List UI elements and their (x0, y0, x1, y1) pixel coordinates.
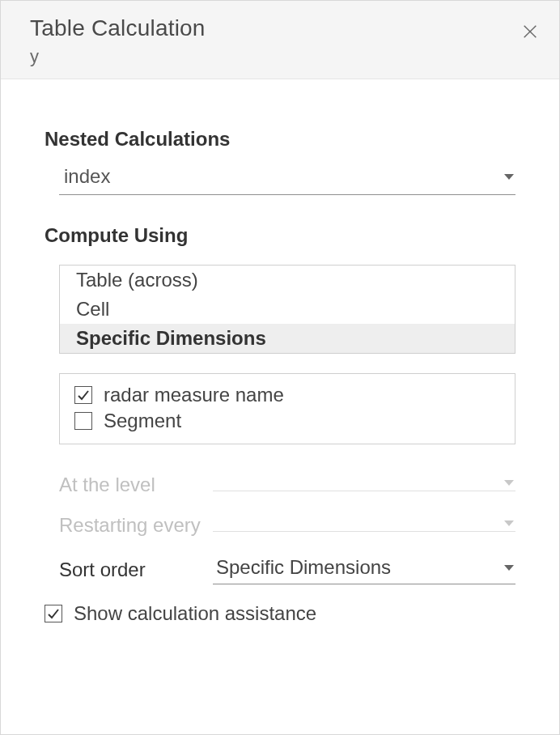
compute-using-listbox[interactable]: Table (across) Cell Specific Dimensions (59, 265, 515, 354)
dimension-row-radar[interactable]: radar measure name (74, 382, 500, 408)
at-the-level-label: At the level (59, 474, 213, 496)
chevron-down-icon (504, 480, 514, 486)
restarting-every-label: Restarting every (59, 514, 213, 537)
restarting-every-select[interactable] (213, 519, 515, 532)
chevron-down-icon (504, 565, 514, 571)
sort-order-value: Specific Dimensions (216, 556, 391, 579)
dimension-label: radar measure name (104, 384, 284, 406)
compute-option-table-across[interactable]: Table (across) (60, 266, 515, 295)
compute-using-section: Compute Using Table (across) Cell Specif… (45, 224, 515, 584)
dimension-checkbox-segment[interactable] (74, 412, 92, 430)
show-calculation-assistance-row[interactable]: Show calculation assistance (45, 602, 515, 625)
nested-calculations-label: Nested Calculations (45, 128, 515, 151)
compute-option-cell[interactable]: Cell (60, 295, 515, 324)
table-calculation-dialog: Table Calculation y Nested Calculations … (0, 0, 560, 735)
show-assistance-label: Show calculation assistance (74, 602, 316, 625)
form-rows: At the level Restarting every Sort order (59, 474, 515, 584)
dimension-label: Segment (104, 410, 181, 432)
show-assistance-checkbox[interactable] (45, 605, 62, 622)
restarting-every-row: Restarting every (59, 514, 515, 537)
dialog-header: Table Calculation y (1, 1, 559, 79)
specific-dimensions-box: radar measure name Segment (59, 373, 515, 444)
nested-calculations-value: index (64, 165, 110, 188)
close-icon (521, 23, 539, 40)
sort-order-select[interactable]: Specific Dimensions (213, 554, 515, 584)
dimension-row-segment[interactable]: Segment (74, 408, 500, 434)
checkmark-icon (77, 389, 90, 401)
dimension-checkbox-radar[interactable] (74, 386, 92, 404)
chevron-down-icon (504, 174, 514, 180)
at-the-level-row: At the level (59, 474, 515, 496)
sort-order-label: Sort order (59, 559, 213, 581)
dialog-subtitle: y (30, 46, 537, 67)
nested-calculations-select[interactable]: index (59, 162, 515, 195)
dialog-body: Nested Calculations index Compute Using … (1, 79, 559, 641)
compute-option-specific-dimensions[interactable]: Specific Dimensions (60, 324, 515, 353)
chevron-down-icon (504, 520, 514, 526)
close-button[interactable] (519, 20, 541, 43)
dialog-title: Table Calculation (30, 15, 537, 41)
compute-using-label: Compute Using (45, 224, 515, 247)
at-the-level-select[interactable] (213, 478, 515, 491)
sort-order-row: Sort order Specific Dimensions (59, 554, 515, 584)
checkmark-icon (47, 607, 60, 620)
